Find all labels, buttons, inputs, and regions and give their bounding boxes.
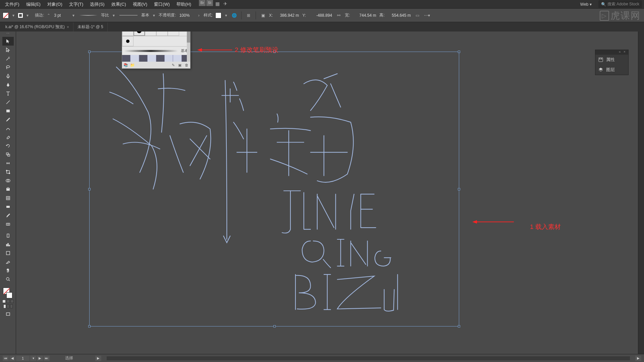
mesh-tool[interactable]	[2, 194, 14, 202]
lasso-tool[interactable]	[2, 63, 14, 72]
align-icon[interactable]: ⊞	[245, 12, 252, 19]
y-input[interactable]	[309, 12, 333, 18]
color-mode-gradient[interactable]	[6, 300, 10, 303]
workspace-switcher[interactable]: Web ▾	[577, 1, 595, 7]
rectangle-tool[interactable]	[2, 107, 14, 115]
magic-wand-tool[interactable]	[2, 54, 14, 63]
slice-tool[interactable]	[2, 257, 14, 266]
artboard-tool[interactable]	[2, 249, 14, 257]
stroke-weight-input[interactable]	[53, 12, 69, 18]
brush-basic-row[interactable]: 基本	[122, 46, 190, 55]
stroke-profile[interactable]	[78, 13, 98, 18]
x-input[interactable]	[275, 12, 300, 18]
stroke-weight-link[interactable]: ⌃	[47, 13, 51, 18]
brush-library-icon[interactable]: 📚	[123, 63, 128, 67]
brush-folder-icon[interactable]: 📁	[130, 63, 135, 67]
color-mode-solid[interactable]	[2, 300, 6, 303]
draw-behind[interactable]	[7, 304, 9, 308]
free-transform-tool[interactable]	[2, 168, 14, 176]
menu-effect[interactable]: 效果(C)	[108, 0, 129, 9]
brush-new-icon[interactable]: ▣	[177, 63, 182, 67]
stroke-dropdown[interactable]: ▾	[25, 13, 30, 18]
last-artboard-btn[interactable]: ⏭	[44, 356, 50, 361]
stroke-weight-dd[interactable]: ▾	[71, 13, 75, 18]
style-swatch[interactable]	[215, 12, 221, 18]
profile-dd[interactable]: ▾	[112, 13, 116, 18]
brush-dd[interactable]: ▾	[152, 13, 156, 18]
column-graph-tool[interactable]	[2, 240, 14, 249]
menu-object[interactable]: 对象(O)	[44, 0, 65, 9]
menu-select[interactable]: 选择(S)	[87, 0, 107, 9]
h-scrollbar[interactable]	[107, 356, 630, 360]
perspective-grid-tool[interactable]	[2, 185, 14, 194]
panel-close-icon[interactable]: ×	[624, 50, 627, 53]
stroke-color[interactable]	[6, 292, 12, 298]
canvas[interactable]: ≡ 基本 📚 📁 ✎ ▣ 🗑	[16, 32, 638, 354]
w-input[interactable]	[353, 12, 377, 18]
doc-tab-1[interactable]: k.ai* @ 16.67% (RGB/GPU 预览)×	[1, 22, 73, 32]
screen-mode[interactable]	[2, 310, 14, 318]
shaper-tool[interactable]	[2, 124, 14, 133]
scale-tool[interactable]	[2, 150, 14, 159]
hand-tool[interactable]	[2, 266, 14, 275]
recolor-icon[interactable]: 🌐	[231, 12, 237, 19]
eyedropper-tool[interactable]	[2, 211, 14, 220]
status-play-icon[interactable]: ▶	[95, 356, 101, 361]
next-artboard-btn[interactable]: ▶	[37, 356, 43, 361]
width-tool[interactable]	[2, 159, 14, 168]
blend-tool[interactable]	[2, 220, 14, 229]
first-artboard-btn[interactable]: ⏮	[3, 356, 9, 361]
brush-preset-3[interactable]	[145, 32, 156, 36]
direct-selection-tool[interactable]	[2, 46, 14, 54]
layers-panel-btn[interactable]: 图层	[595, 65, 628, 75]
artboard-dd[interactable]: ▾	[30, 356, 36, 361]
stroke-swatch[interactable]	[18, 13, 23, 18]
right-dock[interactable]	[638, 32, 644, 354]
scroll-right-btn[interactable]: ▶	[635, 356, 641, 361]
link-wh-icon[interactable]: ⚯	[335, 12, 342, 19]
panel-collapse-icon[interactable]: «	[619, 50, 622, 53]
stock-icon[interactable]: St	[206, 0, 213, 6]
brush-preset-5[interactable]	[168, 32, 179, 36]
brush-popup-scrollbar[interactable]	[187, 32, 190, 62]
menu-view[interactable]: 视图(V)	[130, 0, 150, 9]
selection-tool[interactable]	[2, 37, 14, 46]
fill-dropdown[interactable]: ▾	[11, 13, 15, 18]
close-icon[interactable]: ×	[67, 25, 69, 29]
curvature-tool[interactable]	[2, 80, 14, 89]
type-tool[interactable]	[2, 89, 14, 98]
color-mode-none[interactable]	[10, 300, 14, 303]
gradient-tool[interactable]	[2, 202, 14, 211]
brush-preview[interactable]	[118, 13, 139, 18]
search-input[interactable]: 🔍搜索 Adobe Stock	[598, 0, 642, 8]
more-icon[interactable]: ⋯▾	[424, 12, 430, 19]
line-tool[interactable]	[2, 98, 14, 107]
prev-artboard-btn[interactable]: ◀	[9, 356, 15, 361]
opacity-dd[interactable]: ›	[197, 13, 201, 18]
brush-preset-2[interactable]	[133, 32, 145, 36]
brush-preset-6[interactable]	[122, 36, 133, 46]
opacity-input[interactable]	[179, 12, 194, 18]
menu-file[interactable]: 文件(F)	[2, 0, 22, 9]
zoom-tool[interactable]	[2, 275, 14, 284]
eraser-tool[interactable]	[2, 133, 14, 141]
fill-swatch[interactable]	[3, 12, 9, 18]
doc-tab-2[interactable]: 未标题-1* @ 5	[73, 22, 108, 32]
symbol-sprayer-tool[interactable]	[2, 231, 14, 240]
bridge-icon[interactable]: Br	[199, 0, 206, 6]
arrange-icon[interactable]: ▦	[214, 0, 221, 7]
menu-help[interactable]: 帮助(H)	[173, 0, 194, 9]
brush-options-icon[interactable]: ✎	[171, 63, 175, 67]
draw-normal[interactable]	[3, 304, 6, 308]
artboard-number-input[interactable]	[16, 356, 30, 361]
properties-panel-btn[interactable]: 属性	[595, 55, 628, 65]
style-dd[interactable]: ▾	[224, 13, 228, 18]
brush-preset-4[interactable]	[156, 32, 168, 36]
brush-delete-icon[interactable]: 🗑	[184, 63, 189, 67]
shape-tool-icon[interactable]: ▭	[414, 12, 421, 19]
rotate-tool[interactable]	[2, 141, 14, 150]
shape-builder-tool[interactable]	[2, 176, 14, 185]
transform-icon[interactable]: ▣	[260, 12, 266, 19]
gpu-icon[interactable]: ✈	[222, 0, 229, 7]
draw-inside[interactable]	[10, 304, 13, 308]
